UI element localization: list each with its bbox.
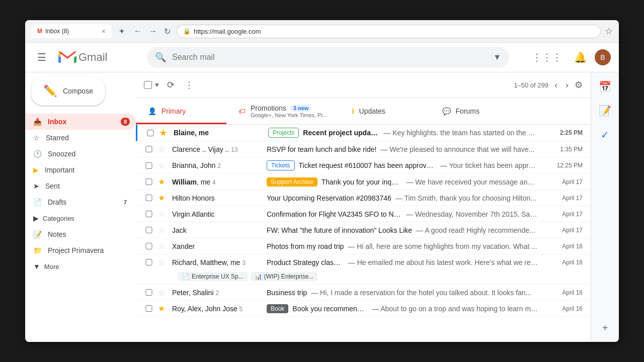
email-row[interactable]: ★ Hilton Honors Your Upcoming Reservatio… bbox=[136, 190, 591, 206]
email-subject-area: Your Upcoming Reservation #20983746 — Ti… bbox=[267, 194, 538, 202]
search-bar[interactable]: 🔍 ▼ bbox=[147, 47, 509, 68]
search-dropdown-icon[interactable]: ▼ bbox=[493, 53, 501, 62]
browser-controls: ← → ↻ bbox=[132, 25, 173, 38]
sidebar-item-snoozed[interactable]: 🕐 Snoozed bbox=[25, 146, 136, 162]
pagination-next-button[interactable]: › bbox=[564, 78, 571, 93]
email-star[interactable]: ★ bbox=[158, 304, 168, 313]
sidebar-item-starred[interactable]: ☆ Starred bbox=[25, 130, 136, 146]
email-row[interactable]: ☆ Virgin Atlantic Confirmation for Fligh… bbox=[136, 206, 591, 222]
email-row[interactable]: ☆ Peter, Shalini 2 Business trip — Hi, I… bbox=[136, 285, 591, 301]
pagination-text: 1–50 of 299 bbox=[514, 81, 548, 89]
google-keep-icon[interactable]: 📝 bbox=[595, 101, 615, 121]
sidebar-item-notes[interactable]: 📝 Notes bbox=[25, 226, 136, 242]
email-checkbox[interactable] bbox=[145, 130, 155, 136]
email-star[interactable]: ☆ bbox=[158, 161, 168, 170]
reload-button[interactable]: ↻ bbox=[162, 25, 173, 38]
email-star[interactable]: ☆ bbox=[158, 241, 168, 251]
gmail-wordmark: Gmail bbox=[78, 51, 107, 64]
email-star[interactable]: ☆ bbox=[158, 209, 168, 219]
email-checkbox[interactable] bbox=[144, 195, 154, 201]
primary-tab-label: Primary bbox=[162, 107, 186, 115]
select-dropdown-icon[interactable]: ▼ bbox=[154, 81, 160, 88]
attachment-chip[interactable]: 📄 Enterprise UX Sp... bbox=[178, 272, 248, 281]
email-star[interactable]: ★ bbox=[158, 177, 168, 187]
email-checkbox[interactable] bbox=[144, 305, 154, 312]
notes-icon: 📝 bbox=[33, 230, 42, 238]
email-row[interactable]: ☆ Xander Photos from my road trip — Hi a… bbox=[136, 238, 591, 254]
google-calendar-icon[interactable]: 📅 bbox=[595, 76, 615, 97]
user-avatar[interactable]: B bbox=[595, 49, 611, 65]
sidebar-item-project[interactable]: 📁 Project Primavera bbox=[25, 242, 136, 258]
tab-updates[interactable]: ℹ Updates bbox=[340, 98, 430, 124]
pagination-prev-button[interactable]: ‹ bbox=[552, 78, 559, 93]
new-tab-button[interactable]: + bbox=[116, 25, 128, 37]
email-sender: Blaine, me bbox=[174, 129, 264, 137]
menu-button[interactable]: ☰ bbox=[33, 47, 50, 67]
email-checkbox[interactable] bbox=[144, 211, 154, 217]
email-sender: Roy, Alex, John Jose 5 bbox=[172, 305, 263, 313]
forward-button[interactable]: → bbox=[147, 25, 159, 38]
email-preview: — Your ticket has been appro... bbox=[440, 161, 538, 169]
inbox-icon: 📥 bbox=[33, 118, 42, 126]
email-checkbox[interactable] bbox=[144, 146, 154, 152]
tab-close-button[interactable]: × bbox=[102, 27, 106, 35]
sidebar-item-inbox[interactable]: 📥 Inbox 8 bbox=[25, 114, 136, 130]
email-sender: Jack bbox=[172, 226, 263, 234]
browser-tab[interactable]: M Inbox (8) × bbox=[31, 24, 112, 38]
important-label: Important bbox=[45, 166, 130, 174]
email-sender: Clarence .. Vijay .. 13 bbox=[172, 145, 263, 153]
email-star[interactable]: ★ bbox=[159, 128, 170, 138]
notification-button[interactable]: 🔔 bbox=[570, 47, 591, 67]
email-row[interactable]: ★ Blaine, me Projects Recent project upd… bbox=[136, 125, 591, 141]
email-date: April 17 bbox=[542, 211, 583, 218]
project-icon: 📁 bbox=[33, 246, 42, 254]
select-all-checkbox[interactable] bbox=[144, 81, 152, 89]
attachment-chip[interactable]: 📊 (WIP) Enterprise... bbox=[251, 272, 318, 281]
tab-promotions[interactable]: 🏷 Promotions 3 new Google+, New York Tim… bbox=[226, 98, 340, 124]
more-options-button[interactable]: ⋮ bbox=[182, 76, 197, 94]
refresh-button[interactable]: ⟳ bbox=[164, 76, 178, 94]
sidebar-item-sent[interactable]: ➤ Sent bbox=[25, 178, 136, 194]
email-checkbox[interactable] bbox=[144, 243, 154, 249]
add-apps-button[interactable]: + bbox=[595, 318, 615, 338]
gmail-favicon: M bbox=[37, 28, 42, 35]
email-preview: — Hi all, here are some highlights from … bbox=[348, 242, 537, 250]
email-preview: — He emailed me about his latest work. H… bbox=[348, 258, 538, 266]
email-tag: Support Archive bbox=[267, 177, 317, 187]
email-row[interactable]: ☆ Richard, Matthew, me 3 Product Strateg… bbox=[136, 254, 591, 285]
email-checkbox[interactable] bbox=[144, 178, 154, 185]
google-tasks-icon[interactable]: ✓ bbox=[595, 125, 615, 145]
sidebar-item-categories[interactable]: ▶ Categories bbox=[25, 210, 136, 226]
email-checkbox[interactable] bbox=[144, 259, 154, 265]
email-subject: Ticket request #610007 has been approved… bbox=[299, 161, 436, 169]
email-checkbox[interactable] bbox=[144, 162, 154, 169]
email-checkbox[interactable] bbox=[144, 227, 154, 233]
email-star[interactable]: ☆ bbox=[158, 225, 168, 235]
email-row[interactable]: ★ William, me 4 Support Archive Thank yo… bbox=[136, 174, 591, 190]
email-sender: Peter, Shalini 2 bbox=[172, 289, 263, 297]
tab-primary[interactable]: 👤 Primary bbox=[136, 98, 226, 124]
email-row[interactable]: ☆ Jack FW: What "the future of innovatio… bbox=[136, 222, 591, 238]
email-sender: Hilton Honors bbox=[172, 194, 263, 202]
search-input[interactable] bbox=[172, 53, 487, 62]
back-button[interactable]: ← bbox=[132, 25, 144, 38]
email-row[interactable]: ☆ Brianna, John 2 Tickets Ticket request… bbox=[136, 157, 591, 174]
apps-button[interactable]: ⋮⋮⋮ bbox=[528, 47, 566, 67]
compose-button[interactable]: ✏️ Compose bbox=[31, 76, 105, 106]
sidebar-item-drafts[interactable]: 📄 Drafts 7 bbox=[25, 194, 136, 210]
email-star[interactable]: ★ bbox=[158, 193, 168, 203]
sidebar-item-important[interactable]: ▶ Important bbox=[25, 162, 136, 178]
settings-button[interactable]: ⚙ bbox=[575, 79, 583, 90]
email-star[interactable]: ☆ bbox=[158, 144, 168, 154]
email-row[interactable]: ☆ Clarence .. Vijay .. 13 RSVP for team … bbox=[136, 141, 591, 157]
url-bar[interactable]: 🔒 https://mail.google.com bbox=[177, 25, 601, 38]
bookmark-button[interactable]: ☆ bbox=[605, 26, 613, 37]
email-checkbox[interactable] bbox=[144, 289, 154, 296]
email-row[interactable]: ★ Roy, Alex, John Jose 5 Book Book you r… bbox=[136, 301, 591, 317]
tab-forums[interactable]: 💬 Forums bbox=[430, 98, 521, 124]
email-subject-area: Projects Recent project updates — Key hi… bbox=[268, 128, 538, 138]
sidebar-item-more[interactable]: ▼ More bbox=[25, 258, 136, 275]
email-star[interactable]: ☆ bbox=[158, 288, 168, 297]
email-star[interactable]: ☆ bbox=[158, 257, 168, 267]
email-preview: — Key highlights: the team has started o… bbox=[383, 129, 538, 137]
